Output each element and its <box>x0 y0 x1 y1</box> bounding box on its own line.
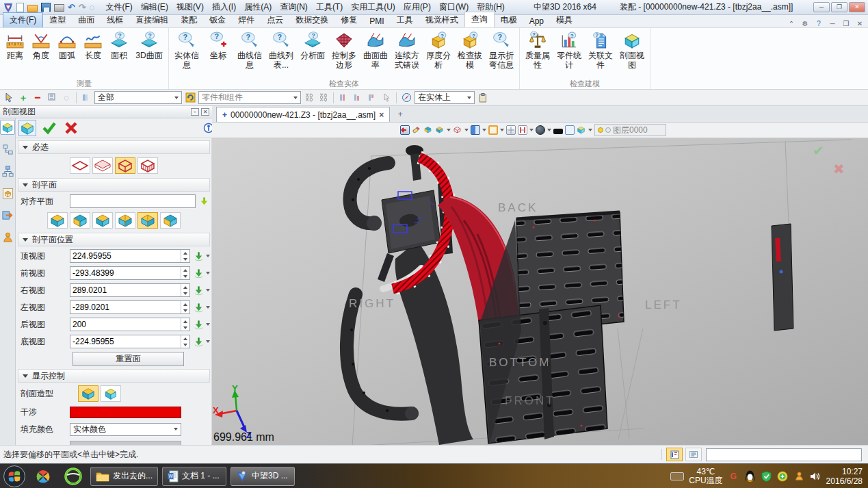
control-polygon-button[interactable]: 控制多边形 <box>328 29 360 70</box>
align-view-icon[interactable] <box>518 125 527 135</box>
front-view-pick-button[interactable] <box>192 267 205 279</box>
ribbon-tab-electrode[interactable]: 电极 <box>495 13 523 27</box>
doc-minimize-icon[interactable]: ─ <box>827 20 838 27</box>
tab-visual-manager[interactable] <box>0 207 15 222</box>
continuity-error-button[interactable]: 连续方式错误 <box>391 29 423 70</box>
new-file-icon[interactable] <box>16 3 24 12</box>
top-view-input[interactable] <box>70 250 181 262</box>
ribbon-tab-assembly[interactable]: 装配 <box>174 13 203 27</box>
section-plane-position[interactable]: 剖平面位置 <box>18 233 210 246</box>
chevron-down-icon[interactable] <box>588 129 592 131</box>
surface-3d-button[interactable]: 3D曲面 <box>132 29 166 60</box>
menu-inquire[interactable]: 查询(N) <box>276 0 312 14</box>
menu-attributes[interactable]: 属性(A) <box>240 0 276 14</box>
section-plane[interactable]: 剖平面 <box>18 178 210 192</box>
panel-dock-icon[interactable]: ▫ <box>191 108 199 116</box>
front-view-input[interactable] <box>70 267 181 279</box>
section-mode-button[interactable] <box>18 120 36 136</box>
plane-preset-1[interactable] <box>47 212 68 229</box>
bend-info-button[interactable]: 显示折弯信息 <box>486 29 517 70</box>
undo-icon[interactable]: ↶ <box>68 3 75 12</box>
plane-preset-2[interactable] <box>70 212 90 229</box>
entity-info-button[interactable]: 实体信息 <box>171 29 202 70</box>
chevron-down-icon[interactable] <box>206 340 210 343</box>
bottom-view-pick-button[interactable] <box>192 335 205 348</box>
section-toggle-icon[interactable] <box>577 125 586 135</box>
snap-compass-icon[interactable] <box>400 92 412 104</box>
clipboard-icon[interactable] <box>477 92 489 104</box>
chevron-down-icon[interactable] <box>447 129 451 131</box>
tray-date[interactable]: 2016/6/28 <box>826 476 863 486</box>
highlight-frame-icon[interactable] <box>488 125 498 135</box>
settings-gear-icon[interactable]: ⚙ <box>800 20 811 27</box>
tab-assembly-manager[interactable] <box>0 142 15 157</box>
section-type-slice[interactable] <box>92 157 113 174</box>
back-view-spinner[interactable] <box>181 318 189 331</box>
save-icon[interactable] <box>41 3 51 12</box>
tab-role-manager[interactable] <box>0 229 15 244</box>
tray-user-icon[interactable] <box>793 470 805 482</box>
open-file-icon[interactable] <box>27 5 38 12</box>
back-view-input[interactable] <box>70 318 181 331</box>
ribbon-tab-direct-edit[interactable]: 直接编辑 <box>129 13 174 27</box>
right-view-pick-button[interactable] <box>192 284 205 296</box>
left-view-input[interactable] <box>70 301 181 313</box>
browser-icon[interactable] <box>60 466 86 487</box>
tray-qq-icon[interactable] <box>744 470 756 482</box>
chevron-down-icon[interactable] <box>206 323 210 326</box>
ribbon-tab-sheet-metal[interactable]: 钣金 <box>203 13 232 27</box>
doc-close-icon[interactable]: ✕ <box>854 20 865 27</box>
menu-edit[interactable]: 编辑(E) <box>137 0 172 14</box>
customize-icon[interactable]: ◌ <box>90 3 95 12</box>
draft-check-button[interactable]: 检查拔模 <box>454 29 486 70</box>
chevron-down-icon[interactable] <box>464 129 469 131</box>
white-swatch-icon[interactable] <box>565 125 575 135</box>
tray-shield-icon[interactable] <box>761 470 772 482</box>
section-type-profile[interactable] <box>137 157 158 174</box>
top-view-spinner[interactable] <box>181 250 189 262</box>
ribbon-tab-wireframe[interactable]: 线框 <box>101 13 129 27</box>
section-view-button[interactable]: 剖面视图 <box>616 29 648 70</box>
split-view-icon[interactable] <box>506 125 516 135</box>
launcher-360-icon[interactable] <box>30 466 56 487</box>
plane-preset-6[interactable] <box>160 212 181 229</box>
chevron-down-icon[interactable] <box>547 129 551 131</box>
start-button[interactable] <box>3 465 26 488</box>
analyze-face-button[interactable]: 分析面 <box>297 29 328 60</box>
column-filter1-icon[interactable] <box>337 92 350 104</box>
tray-volume-icon[interactable] <box>810 470 821 482</box>
align-plane-input[interactable] <box>70 195 195 207</box>
unlink-icon[interactable]: ⛓ <box>317 92 330 104</box>
tab-close-icon[interactable]: × <box>379 110 384 120</box>
left-view-spinner[interactable] <box>181 301 189 313</box>
chevron-down-icon[interactable] <box>206 289 210 292</box>
help-icon[interactable]: ? <box>813 20 824 27</box>
new-tab-button[interactable]: + <box>393 110 408 122</box>
info-button[interactable] <box>200 120 212 136</box>
tab-view-manager[interactable] <box>0 185 15 201</box>
cancel-button[interactable] <box>62 120 80 136</box>
entity-filter-combo[interactable]: 零件和组件 <box>198 91 301 104</box>
cancel-overlay-icon[interactable]: ✖ <box>833 161 845 177</box>
ribbon-tab-inquire[interactable]: 查询 <box>464 12 495 27</box>
related-files-button[interactable]: 关联文件 <box>585 29 616 70</box>
menu-tools[interactable]: 工具(T) <box>312 0 347 14</box>
panel-close-icon[interactable]: ✕ <box>201 108 209 116</box>
tray-update-icon[interactable] <box>777 470 789 482</box>
ribbon-tab-weldment[interactable]: 焊件 <box>232 13 261 27</box>
thickness-analysis-button[interactable]: 厚度分析 <box>423 29 454 70</box>
ribbon-tab-mold[interactable]: 模具 <box>550 13 579 27</box>
reset-plane-button[interactable]: 重置面 <box>73 352 184 366</box>
print-icon[interactable] <box>54 4 64 12</box>
plane-preset-3[interactable] <box>92 212 113 229</box>
list-filter-icon[interactable] <box>80 92 92 104</box>
tab-section-view[interactable] <box>0 120 15 135</box>
coordinate-button[interactable]: 坐标 <box>202 29 234 60</box>
arc-button[interactable]: 圆弧 <box>54 29 80 60</box>
ribbon-tab-freeform[interactable]: 曲面 <box>72 13 101 27</box>
filter-scope-combo[interactable]: 全部 <box>94 91 182 104</box>
expand-input-button[interactable] <box>685 448 702 461</box>
tray-g-icon[interactable]: G <box>728 470 739 482</box>
taskbar-window-zw3d[interactable]: 中望3D ... <box>231 467 295 486</box>
minimize-button[interactable]: ─ <box>813 2 830 12</box>
